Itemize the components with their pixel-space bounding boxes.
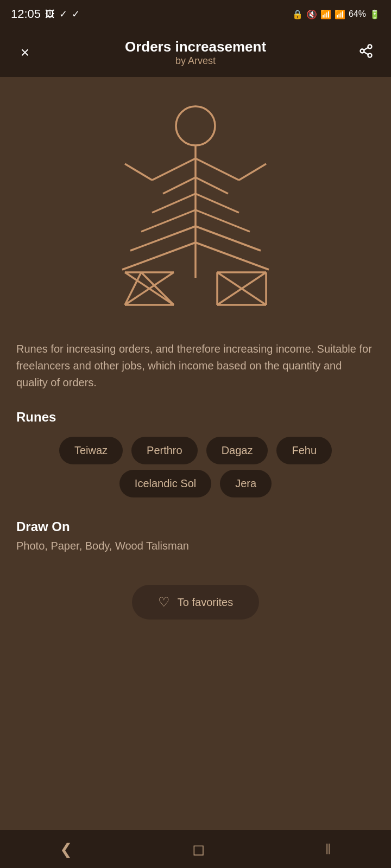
runes-section-title: Runes — [16, 410, 375, 425]
battery-icon: 🔋 — [369, 9, 380, 20]
rune-pill-fehu[interactable]: Fehu — [276, 437, 332, 464]
signal-icon: 📶 — [335, 9, 345, 20]
page-title: Orders increasement — [37, 39, 354, 55]
rune-pill-perthro[interactable]: Perthro — [131, 437, 198, 464]
svg-line-13 — [152, 194, 195, 213]
favorites-container: ♡ To favorites — [0, 569, 391, 641]
favorites-label: To favorites — [178, 596, 233, 609]
share-button[interactable] — [354, 43, 378, 62]
svg-line-20 — [195, 242, 269, 270]
back-button[interactable]: ❮ — [43, 835, 89, 864]
home-button[interactable]: ◻ — [176, 835, 221, 864]
rune-pill-icelandic-sol[interactable]: Icelandic Sol — [119, 470, 211, 497]
rune-pills-row-2: Icelandic Sol Jera — [16, 470, 375, 497]
favorites-button[interactable]: ♡ To favorites — [132, 585, 259, 620]
main-content: Runes for increasing orders, and therefo… — [0, 77, 391, 842]
rune-pill-jera[interactable]: Jera — [220, 470, 272, 497]
wifi-icon: 📶 — [320, 9, 331, 20]
svg-line-10 — [239, 164, 266, 180]
draw-on-text: Photo, Paper, Body, Wood Talisman — [16, 540, 375, 552]
status-bar: 12:05 🖼 ✓ ✓ 🔒 🔇 📶 📶 64% 🔋 — [0, 0, 391, 28]
svg-line-14 — [195, 194, 239, 213]
status-time: 12:05 🖼 ✓ ✓ — [11, 7, 80, 21]
svg-line-22 — [141, 272, 174, 305]
rune-pill-teiwaz[interactable]: Teiwaz — [59, 437, 123, 464]
runes-section: Runes Teiwaz Perthro Dagaz Fehu Icelandi… — [0, 404, 391, 514]
rune-pills-row-1: Teiwaz Perthro Dagaz Fehu — [16, 437, 375, 464]
rune-symbol — [92, 93, 299, 321]
app-bar-center: Orders increasement by Arvest — [37, 39, 354, 67]
svg-line-4 — [364, 47, 368, 50]
svg-line-8 — [195, 158, 239, 180]
page-subtitle: by Arvest — [37, 55, 354, 67]
photo-icon: 🖼 — [45, 9, 55, 20]
rune-symbol-area — [0, 77, 391, 332]
svg-line-3 — [364, 52, 368, 54]
bottom-nav: ❮ ◻ ⦀ — [0, 830, 391, 868]
status-right-icons: 🔒 🔇 📶 📶 64% 🔋 — [292, 9, 380, 20]
close-button[interactable]: × — [13, 44, 37, 61]
svg-point-5 — [176, 106, 215, 145]
svg-line-12 — [195, 177, 228, 194]
shield-icon: 🔒 — [292, 9, 303, 20]
description-text: Runes for increasing orders, and therefo… — [0, 332, 391, 404]
svg-line-11 — [163, 177, 195, 194]
svg-line-7 — [152, 158, 195, 180]
rune-pill-dagaz[interactable]: Dagaz — [206, 437, 268, 464]
recent-apps-button[interactable]: ⦀ — [308, 835, 348, 864]
draw-on-title: Draw On — [16, 519, 375, 534]
empty-space — [0, 641, 391, 804]
mute-icon: 🔇 — [306, 9, 317, 20]
time-display: 12:05 — [11, 7, 41, 21]
check-icon-1: ✓ — [59, 8, 67, 20]
battery-display: 64% — [349, 9, 366, 19]
svg-line-19 — [122, 242, 195, 270]
draw-on-section: Draw On Photo, Paper, Body, Wood Talisma… — [0, 514, 391, 569]
check-icon-2: ✓ — [72, 8, 80, 20]
app-bar: × Orders increasement by Arvest — [0, 28, 391, 77]
svg-line-9 — [125, 164, 152, 180]
heart-icon: ♡ — [158, 595, 170, 610]
